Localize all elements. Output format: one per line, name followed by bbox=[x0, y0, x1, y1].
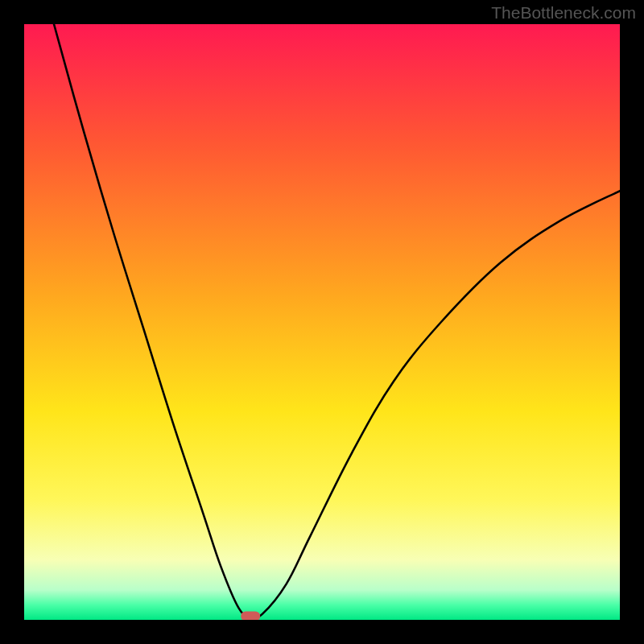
optimum-marker bbox=[241, 612, 260, 620]
watermark-text: TheBottleneck.com bbox=[491, 3, 636, 23]
chart-svg bbox=[24, 24, 620, 620]
chart-frame: TheBottleneck.com bbox=[0, 0, 644, 644]
gradient-background bbox=[24, 24, 620, 620]
plot-area bbox=[24, 24, 620, 620]
